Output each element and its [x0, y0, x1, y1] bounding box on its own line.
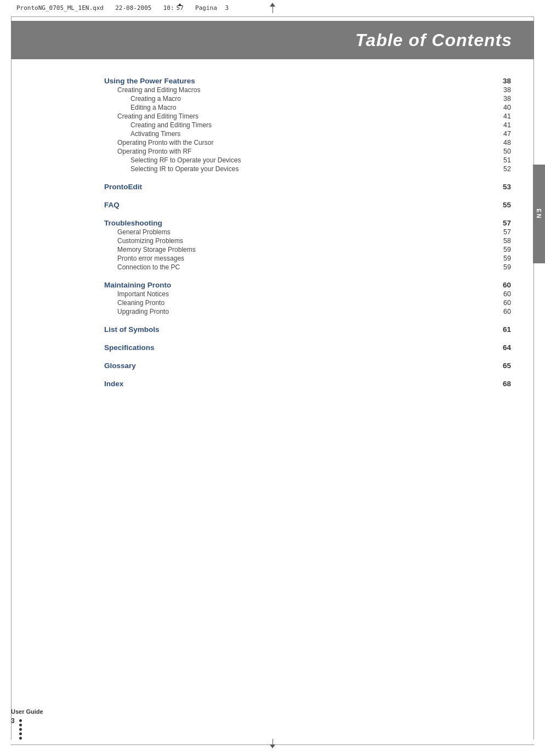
toc-sub-label: Creating and Editing Timers [104, 112, 198, 120]
toc-sub-label: Upgrading Pronto [104, 308, 169, 315]
toc-subsub-label: Creating a Macro [104, 95, 181, 103]
toc-row-sub: Upgrading Pronto 60 [104, 308, 511, 315]
toc-sub-page: 58 [503, 237, 511, 245]
toc-row-main: Using the Power Features 38 [104, 77, 511, 85]
toc-sub-page: 48 [503, 139, 511, 146]
toc-subsub-page: 38 [503, 95, 511, 103]
dot-5 [19, 737, 22, 740]
toc-main-label: Using the Power Features [104, 77, 195, 85]
toc-section-index: Index 68 [104, 380, 511, 388]
toc-section-glossary: Glossary 65 [104, 362, 511, 370]
toc-main-page: 57 [503, 219, 511, 227]
file-date: 22-08-2005 [115, 4, 151, 12]
toc-row-main: Troubleshooting 57 [104, 219, 511, 227]
language-label: EN [536, 208, 542, 219]
toc-row-sub: Cleaning Pronto 60 [104, 299, 511, 307]
toc-main-label: Glossary [104, 362, 136, 370]
toc-sub-label: Memory Storage Problems [104, 246, 196, 253]
toc-sub-label: Customizing Problems [104, 237, 183, 245]
toc-main-label: FAQ [104, 201, 120, 209]
toc-main-page: 64 [503, 343, 511, 352]
toc-main-page: 55 [503, 201, 511, 209]
toc-section-specifications: Specifications 64 [104, 343, 511, 352]
toc-row-main: FAQ 55 [104, 201, 511, 209]
toc-row-sub: Connection to the PC 59 [104, 263, 511, 271]
toc-sub-page: 59 [503, 255, 511, 262]
footer-page-number: 3 [11, 717, 15, 725]
toc-section-power-features: Using the Power Features 38 Creating and… [104, 77, 511, 173]
toc-sub-label: Pronto error messages [104, 255, 184, 262]
toc-sub-label: Creating and Editing Macros [104, 86, 200, 94]
toc-main-label: Specifications [104, 343, 155, 352]
toc-content: Using the Power Features 38 Creating and… [11, 66, 533, 431]
toc-main-page: 60 [503, 281, 511, 289]
toc-main-label: Maintaining Pronto [104, 281, 171, 289]
dot-2 [19, 724, 22, 726]
toc-row-sub: Important Notices 60 [104, 290, 511, 298]
file-page: 3 [225, 4, 229, 12]
toc-row-subsub: Activating Timers 47 [104, 130, 511, 138]
toc-sub-page: 57 [503, 228, 511, 236]
toc-row-sub: Creating and Editing Timers 41 [104, 112, 511, 120]
toc-sub-page: 60 [503, 299, 511, 307]
toc-sub-page: 59 [503, 263, 511, 271]
toc-sub-label: Important Notices [104, 290, 169, 298]
dot-4 [19, 732, 22, 735]
toc-section-troubleshooting: Troubleshooting 57 General Problems 57 C… [104, 219, 511, 271]
toc-row-main: ProntoEdit 53 [104, 183, 511, 191]
toc-main-page: 65 [503, 362, 511, 370]
toc-subsub-page: 52 [503, 165, 511, 173]
toc-row-subsub: Selecting IR to Operate your Devices 52 [104, 165, 511, 173]
toc-section-prontoedit: ProntoEdit 53 [104, 183, 511, 191]
file-time: 10: [163, 4, 174, 12]
toc-row-sub: Operating Pronto with RF 50 [104, 148, 511, 155]
toc-section-symbols: List of Symbols 61 [104, 325, 511, 334]
toc-row-subsub: Editing a Macro 40 [104, 104, 511, 111]
toc-subsub-label: Selecting RF to Operate your Devices [104, 156, 241, 164]
bottom-arrow-decoration [270, 739, 275, 748]
toc-sub-label: Operating Pronto with the Cursor [104, 139, 213, 146]
time-arrow: 57 [177, 4, 184, 12]
toc-subsub-page: 51 [503, 156, 511, 164]
toc-section-faq: FAQ 55 [104, 201, 511, 209]
toc-sub-page: 38 [503, 86, 511, 94]
toc-sub-page: 60 [503, 290, 511, 298]
footer-dots [19, 719, 22, 740]
toc-sub-page: 41 [503, 112, 511, 120]
toc-row-sub: Customizing Problems 58 [104, 237, 511, 245]
page-title: Table of Contents [355, 30, 512, 50]
toc-main-page: 61 [503, 325, 511, 334]
toc-row-main: Maintaining Pronto 60 [104, 281, 511, 289]
toc-subsub-label: Creating and Editing Timers [104, 121, 212, 129]
toc-row-subsub: Selecting RF to Operate your Devices 51 [104, 156, 511, 164]
toc-row-sub: Creating and Editing Macros 38 [104, 86, 511, 94]
toc-main-label: ProntoEdit [104, 183, 142, 191]
language-tab: EN [533, 165, 545, 263]
toc-row-main: Specifications 64 [104, 343, 511, 352]
toc-main-label: Index [104, 380, 123, 388]
footer-left: User Guide 3 [11, 708, 43, 740]
toc-main-page: 53 [503, 183, 511, 191]
toc-subsub-page: 41 [503, 121, 511, 129]
filename: ProntoNG_0705_ML_1EN.qxd [16, 4, 104, 12]
toc-sub-page: 59 [503, 246, 511, 253]
toc-sub-label: Cleaning Pronto [104, 299, 164, 307]
toc-row-main: List of Symbols 61 [104, 325, 511, 334]
user-guide-label: User Guide [11, 708, 43, 715]
toc-section-maintaining: Maintaining Pronto 60 Important Notices … [104, 281, 511, 315]
toc-main-page: 38 [503, 77, 511, 85]
dot-1 [19, 719, 22, 722]
toc-subsub-label: Editing a Macro [104, 104, 176, 111]
dot-3 [19, 728, 22, 731]
toc-main-page: 68 [503, 380, 511, 388]
title-banner: Table of Contents [11, 21, 534, 59]
top-arrow-decoration [270, 3, 275, 13]
file-label: Pagina [195, 4, 217, 12]
toc-row-sub: Memory Storage Problems 59 [104, 246, 511, 253]
toc-row-sub: Operating Pronto with the Cursor 48 [104, 139, 511, 146]
toc-row-main: Index 68 [104, 380, 511, 388]
toc-row-sub: Pronto error messages 59 [104, 255, 511, 262]
toc-sub-page: 50 [503, 148, 511, 155]
footer: User Guide 3 [11, 708, 534, 740]
toc-main-label: Troubleshooting [104, 219, 162, 227]
